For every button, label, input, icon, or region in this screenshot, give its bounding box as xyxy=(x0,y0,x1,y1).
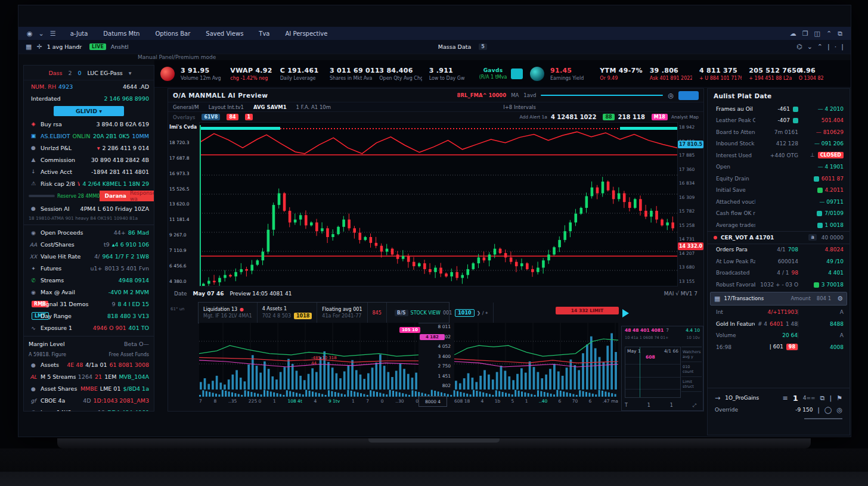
mini-dot-icon[interactable]: · xyxy=(835,43,837,51)
detail-row[interactable]: Volume20 64A xyxy=(708,330,850,342)
flag-icon[interactable]: ⚑ xyxy=(836,394,842,402)
toolbar-section-4[interactable]: 845 xyxy=(368,303,387,323)
window-icon[interactable]: ❐ xyxy=(802,30,808,38)
instrument-logo-teal[interactable] xyxy=(530,67,544,81)
target-icon[interactable]: ◎ xyxy=(836,406,842,414)
menu-icon[interactable]: ≡ xyxy=(782,394,788,402)
axis-right-label[interactable]: MAI √ MV1 7 xyxy=(664,291,698,297)
gear-icon[interactable]: ⚙ xyxy=(837,295,843,303)
order-button[interactable]: GLIVID ▾ xyxy=(54,106,124,116)
watchlist-item[interactable]: ✦Futuresu1+8013 5 401 Fvn xyxy=(24,263,154,275)
position-row[interactable]: ▣AS.ELBIOTONLINE20A 2B1 0K510MM xyxy=(24,130,154,142)
menubar-item-2[interactable]: Datums Mtn xyxy=(103,30,140,37)
order-stat-row[interactable]: Orders Para4/17084.8024 xyxy=(708,244,850,256)
watchlist-item[interactable]: ✆Streams4948 0914 xyxy=(24,275,154,286)
stat-row[interactable]: gfCBOE 4a4D1D:1043 2081_AM3 xyxy=(24,395,154,407)
grid-icon[interactable]: ▦ xyxy=(26,43,32,51)
detail-row[interactable]: Gold In Features# 464011 488488 xyxy=(708,318,850,330)
refresh-icon[interactable]: ◯ xyxy=(824,406,832,414)
watchlist-item[interactable]: ∿Exposure 14946 O 901401 TO xyxy=(24,322,154,334)
limit-red-bar[interactable]: 14 332 LIMIT xyxy=(556,307,619,314)
market-row[interactable]: Leather Peak Charge-407501.404 xyxy=(708,115,850,127)
macd-volume-chart[interactable] xyxy=(199,323,418,390)
candlestick-chart[interactable] xyxy=(200,123,677,286)
arrow-right-icon[interactable]: → xyxy=(715,394,720,402)
market-row[interactable]: Frames au Oil-461— 4 2010 xyxy=(708,103,850,115)
toolbar-section-1[interactable]: Liquidation 13●Mgt. IF 16 2LV 4MA1 xyxy=(199,303,258,323)
rsi-volume-chart[interactable] xyxy=(454,323,618,390)
stat-row[interactable]: ●Asset SharesMMBELME 01$/8D4 1a xyxy=(24,383,154,395)
caret-icon[interactable]: ⌃ xyxy=(826,30,832,38)
stack-icon[interactable]: ⧉ xyxy=(838,30,842,38)
chart-tab-3[interactable]: AVG SAVM1 xyxy=(253,104,287,110)
market-row[interactable]: Cash flow OK rate7/0109 xyxy=(708,208,850,220)
list-icon[interactable]: ☰ xyxy=(50,30,56,38)
watchlist-item[interactable]: ◉Open Proceeds44+86 Mad xyxy=(24,227,154,239)
watchlist-item[interactable]: AACost/Sharest9▴4 6 910 106 xyxy=(24,239,154,251)
main-chart-plot[interactable] xyxy=(199,122,678,286)
watchlist-item[interactable]: XXValue Hit Rate4/964 1/7 F 2 1W8 xyxy=(24,251,154,263)
account-row[interactable]: NUM. RH49234644 .AD xyxy=(24,80,154,92)
quick-trade-button[interactable] xyxy=(511,68,523,79)
mini-icon[interactable]: T xyxy=(625,403,628,409)
stat-row[interactable]: ALM 5 Streams1264211EMMVB_104A xyxy=(24,371,154,383)
mini-down-icon[interactable]: ⌄ xyxy=(807,43,813,51)
watchlist-item[interactable]: RMBSignal 31 Demos98 4 I ED 15 xyxy=(24,298,154,310)
stats-icon[interactable]: ◫ xyxy=(814,30,820,38)
instrument-logo-red[interactable] xyxy=(160,67,175,81)
account-row[interactable]: Interdated2 146 968 8990 xyxy=(24,92,154,104)
menubar-item-1[interactable]: a-Juta xyxy=(70,30,88,37)
cancel-all-button[interactable]: Darana Response wa xyxy=(100,191,154,201)
chart-tab-1[interactable]: General/M xyxy=(173,104,199,110)
selected-transaction-row[interactable]: ▦ 17/Transactions Amount 804 1 ⚙ xyxy=(710,292,847,306)
market-row[interactable]: Equity Drain6011 87 xyxy=(708,173,850,185)
indicator-panel-right[interactable] xyxy=(454,323,618,390)
chart-tab-2[interactable]: Layout Int.tv1 xyxy=(209,104,244,110)
menubar-item-3[interactable]: Options Bar xyxy=(155,30,190,37)
mini-grid-icon[interactable]: ⌬ xyxy=(796,43,802,51)
indicator-panel-left[interactable] xyxy=(199,323,418,390)
market-row[interactable]: Average trades1 0018 xyxy=(708,219,850,231)
toolbar-section-3[interactable]: Floating avg 00141a For 2041-77 xyxy=(317,303,367,323)
mini-up-icon[interactable]: ⌃ xyxy=(817,43,823,51)
menubar-item-5[interactable]: Tva xyxy=(259,30,269,37)
stat-row[interactable]: ●Assets4E 484/1a 0161 8081 3008 xyxy=(24,359,154,371)
publish-button[interactable] xyxy=(678,91,699,100)
market-row[interactable]: Inbound Stock View412 128— 091 206 xyxy=(708,138,850,150)
detail-row[interactable]: Int4/+1T1903A xyxy=(708,307,850,319)
menubar-item-4[interactable]: Saved Views xyxy=(206,30,243,37)
market-row[interactable]: Attached vouchers— 09711 xyxy=(708,196,850,208)
headset-icon[interactable]: ◉ xyxy=(27,30,33,38)
watchlist-item[interactable]: LMTDay Range818 480 3 V13 xyxy=(24,310,154,322)
key-icon[interactable]: ✛ xyxy=(36,43,42,51)
market-row[interactable]: Board to Attend AM7m 0161— 810629 xyxy=(708,126,850,138)
mini-icon[interactable]: 1 xyxy=(670,403,673,409)
detail-row[interactable]: 16:98| 601984008 xyxy=(708,341,850,353)
stat-row[interactable]: ✆Loss .14X818DD4-484-4060 xyxy=(24,407,154,412)
session-row-inner[interactable]: ●Session AI4PM4 L 610 Friday 10ZA xyxy=(24,202,154,214)
symbol-chip[interactable]: 61V8 xyxy=(202,114,220,120)
camera-icon[interactable]: ◎ xyxy=(668,92,674,99)
cloud-icon[interactable]: ☁ xyxy=(790,30,796,38)
override-value[interactable]: -9 150 xyxy=(795,407,813,413)
mini-icon[interactable]: ⤢ xyxy=(693,403,696,409)
position-row[interactable]: ⚠Risk cap 2/8WE1 1M4 2/64 K8MEL 1 18N 29 xyxy=(24,177,154,189)
position-row[interactable]: ▲Commission30 890 418 2842 4B xyxy=(24,154,154,166)
position-row[interactable]: ↓Active Acct-1894 281 411 4801 xyxy=(24,166,154,177)
order-stat-row[interactable]: Broadcasted4 / 1984 401 xyxy=(708,267,850,279)
market-row[interactable]: Interest Used+440 OTG⊥CLOSED xyxy=(708,149,850,161)
market-row[interactable]: Open— 4 1901 xyxy=(708,161,850,173)
menubar-item-6[interactable]: AI Perspective xyxy=(286,30,328,37)
order-stat-row[interactable]: At Low Peak Rate60001449 /10 xyxy=(708,256,850,267)
order-stat-row[interactable]: Robust Favorable 6108 Long1032 + - 03 O3… xyxy=(708,279,850,291)
play-flag-icon[interactable] xyxy=(622,309,629,317)
chart-tab-4[interactable]: 1 F.A. A1 10m xyxy=(296,104,331,110)
copy-icon[interactable]: ⧉ xyxy=(820,394,825,402)
timeline-slider[interactable] xyxy=(541,95,663,96)
mini-icon[interactable]: 1 xyxy=(647,403,650,409)
alert-row[interactable]: CER_VOT A 41701 a 40 0000 xyxy=(708,231,850,244)
market-row[interactable]: Initial Save4.2011 xyxy=(708,185,850,197)
watchlist-item[interactable]: ◉Max @ Avail-4V0 M 2 MVM xyxy=(24,286,154,298)
toolbar-section-5[interactable]: B/SSTOCK VIEW0011010❯ ∕ ⌖ xyxy=(387,303,494,323)
position-row[interactable]: ●Unrlzd P&L▾2 286 411 9 014 xyxy=(24,142,154,154)
